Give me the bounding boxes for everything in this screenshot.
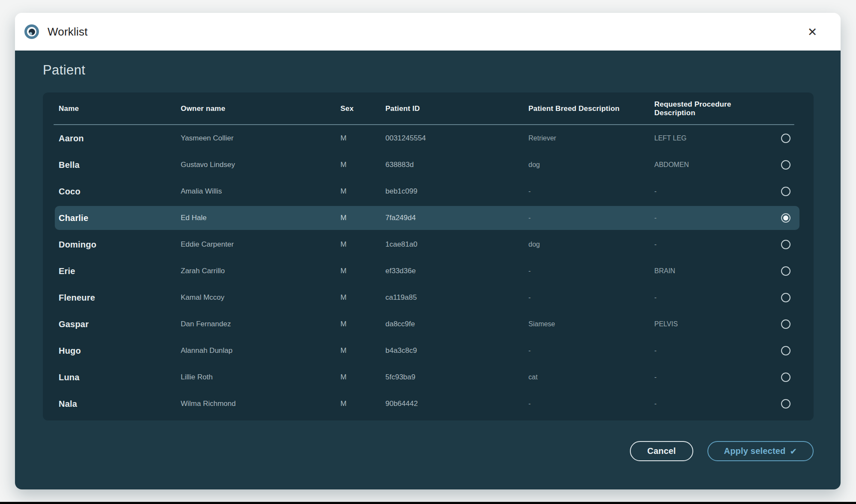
- cell-owner-name: Amalia Willis: [181, 187, 340, 196]
- eye-logo-icon: [24, 24, 39, 39]
- cell-sex: M: [340, 240, 385, 249]
- row-radio-cell: [771, 160, 801, 170]
- cell-sex: M: [340, 373, 385, 382]
- cell-sex: M: [340, 293, 385, 302]
- cell-owner-name: Eddie Carpenter: [181, 240, 340, 249]
- dialog-footer: Cancel Apply selected ✔: [43, 441, 814, 461]
- radio-button[interactable]: [781, 187, 790, 196]
- cell-patient-id: 5fc93ba9: [385, 373, 528, 382]
- cell-owner-name: Dan Fernandez: [181, 320, 340, 328]
- column-header-owner: Owner name: [181, 104, 340, 113]
- radio-button[interactable]: [781, 213, 790, 223]
- cell-breed-description: -: [528, 214, 654, 222]
- cell-patient-id: b4a3c8c9: [385, 346, 528, 355]
- cell-patient-id: 90b64442: [385, 400, 528, 408]
- row-radio-cell: [771, 399, 801, 409]
- table-row[interactable]: Gaspar Dan Fernandez M da8cc9fe Siamese …: [43, 311, 814, 337]
- dialog-titlebar: Worklist ✕: [15, 13, 841, 51]
- table-row[interactable]: Fleneure Kamal Mccoy M ca119a85 - -: [43, 284, 814, 311]
- cell-name: Domingo: [59, 240, 181, 250]
- cell-sex: M: [340, 346, 385, 355]
- column-header-name: Name: [59, 104, 181, 113]
- row-radio-cell: [771, 266, 801, 276]
- worklist-dialog: Worklist ✕ Patient Name Owner name Sex P…: [15, 13, 841, 489]
- cell-name: Charlie: [59, 213, 181, 223]
- column-header-procedure: Requested Procedure Description: [654, 100, 771, 117]
- table-row[interactable]: Bella Gustavo Lindsey M 638883d dog ABDO…: [43, 152, 814, 178]
- check-icon: ✔: [790, 446, 797, 456]
- cell-procedure-description: -: [654, 347, 771, 355]
- cell-procedure-description: -: [654, 214, 771, 222]
- cell-patient-id: 1cae81a0: [385, 240, 528, 249]
- cell-breed-description: Retriever: [528, 134, 654, 142]
- cell-name: Bella: [59, 160, 181, 170]
- radio-button[interactable]: [781, 160, 790, 170]
- cell-procedure-description: PELVIS: [654, 320, 771, 328]
- cell-sex: M: [340, 320, 385, 328]
- table-row[interactable]: Coco Amalia Willis M beb1c099 - -: [43, 178, 814, 205]
- table-row[interactable]: Aaron Yasmeen Collier M 0031245554 Retri…: [43, 125, 814, 152]
- cell-breed-description: dog: [528, 241, 654, 248]
- cell-patient-id: da8cc9fe: [385, 320, 528, 328]
- cell-name: Gaspar: [59, 319, 181, 329]
- cell-owner-name: Wilma Richmond: [181, 400, 340, 408]
- cell-breed-description: -: [528, 188, 654, 195]
- screen-bottom-edge: [0, 502, 856, 504]
- column-header-breed: Patient Breed Description: [528, 104, 654, 113]
- radio-button[interactable]: [781, 293, 790, 302]
- apply-selected-button[interactable]: Apply selected ✔: [707, 441, 814, 461]
- cell-name: Nala: [59, 399, 181, 409]
- cell-patient-id: 638883d: [385, 161, 528, 169]
- radio-button[interactable]: [781, 319, 790, 329]
- cell-name: Luna: [59, 373, 181, 382]
- table-row[interactable]: Erie Zarah Carrillo M ef33d36e - BRAIN: [43, 258, 814, 284]
- radio-button[interactable]: [781, 240, 790, 249]
- cell-breed-description: Siamese: [528, 320, 654, 328]
- cell-breed-description: -: [528, 294, 654, 301]
- close-icon[interactable]: ✕: [803, 22, 822, 41]
- table-row[interactable]: Nala Wilma Richmond M 90b64442 - -: [43, 391, 814, 417]
- table-row[interactable]: Hugo Alannah Dunlap M b4a3c8c9 - -: [43, 337, 814, 364]
- row-radio-cell: [771, 187, 801, 196]
- table-row[interactable]: Domingo Eddie Carpenter M 1cae81a0 dog -: [43, 231, 814, 258]
- cell-procedure-description: LEFT LEG: [654, 134, 771, 142]
- cell-patient-id: beb1c099: [385, 187, 528, 196]
- cell-breed-description: -: [528, 267, 654, 275]
- apply-selected-label: Apply selected: [724, 446, 786, 456]
- cell-sex: M: [340, 267, 385, 275]
- radio-button[interactable]: [781, 346, 790, 355]
- row-radio-cell: [771, 346, 801, 355]
- table-rows: Aaron Yasmeen Collier M 0031245554 Retri…: [43, 125, 814, 417]
- row-radio-cell: [771, 213, 801, 223]
- cell-procedure-description: ABDOMEN: [654, 161, 771, 169]
- row-radio-cell: [771, 134, 801, 143]
- row-radio-cell: [771, 373, 801, 382]
- table-header-row: Name Owner name Sex Patient ID Patient B…: [43, 92, 814, 125]
- cell-breed-description: dog: [528, 161, 654, 169]
- cell-patient-id: ca119a85: [385, 293, 528, 302]
- cell-owner-name: Ed Hale: [181, 214, 340, 222]
- table-row[interactable]: Luna Lillie Roth M 5fc93ba9 cat -: [43, 364, 814, 391]
- cell-owner-name: Alannah Dunlap: [181, 346, 340, 355]
- cell-owner-name: Yasmeen Collier: [181, 134, 340, 143]
- cell-breed-description: -: [528, 400, 654, 408]
- cancel-button[interactable]: Cancel: [630, 441, 693, 461]
- column-header-patient-id: Patient ID: [385, 104, 528, 113]
- cell-procedure-description: -: [654, 373, 771, 381]
- radio-button[interactable]: [781, 134, 790, 143]
- patient-section-heading: Patient: [43, 63, 814, 78]
- table-row[interactable]: Charlie Ed Hale M 7fa249d4 - -: [43, 205, 814, 231]
- row-radio-cell: [771, 319, 801, 329]
- cell-breed-description: -: [528, 347, 654, 355]
- cell-name: Hugo: [59, 346, 181, 356]
- cell-name: Erie: [59, 266, 181, 276]
- cell-name: Coco: [59, 187, 181, 197]
- radio-button[interactable]: [781, 373, 790, 382]
- cell-patient-id: 0031245554: [385, 134, 528, 143]
- radio-button[interactable]: [781, 266, 790, 276]
- radio-button[interactable]: [781, 399, 790, 409]
- column-header-sex: Sex: [340, 104, 385, 113]
- cell-procedure-description: BRAIN: [654, 267, 771, 275]
- row-radio-cell: [771, 240, 801, 249]
- cell-sex: M: [340, 187, 385, 196]
